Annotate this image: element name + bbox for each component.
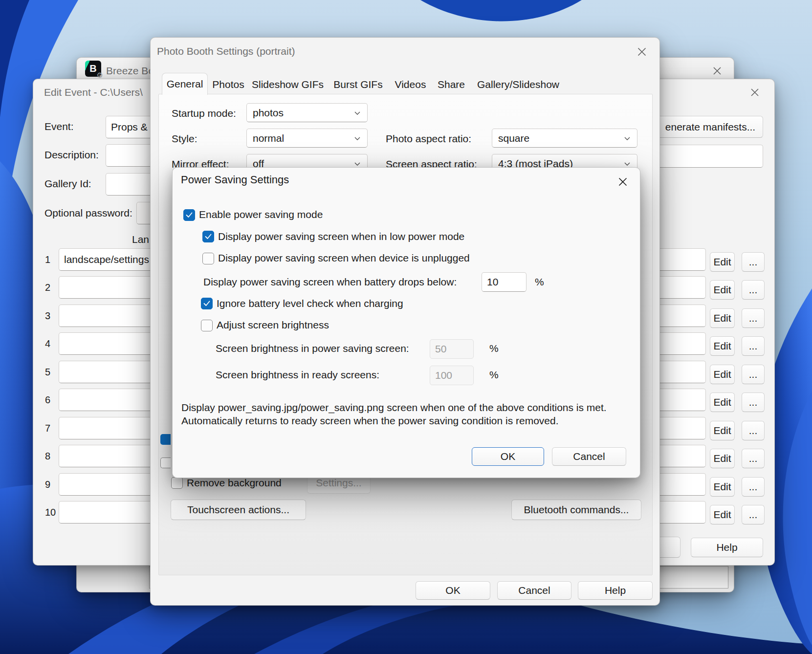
close-icon[interactable] bbox=[743, 83, 767, 102]
row-number: 2 bbox=[45, 281, 50, 294]
chevron-down-icon bbox=[623, 134, 631, 142]
window-title: Edit Event - C:\Users\ bbox=[44, 87, 143, 98]
adjust-brightness-checkbox[interactable] bbox=[201, 320, 213, 331]
app-icon-letter: B bbox=[89, 63, 96, 74]
chevron-down-icon bbox=[353, 134, 361, 142]
startup-mode-label: Startup mode: bbox=[172, 107, 236, 119]
close-icon[interactable] bbox=[706, 62, 728, 80]
row-number: 5 bbox=[45, 366, 50, 378]
row-number: 3 bbox=[45, 309, 50, 322]
close-icon[interactable] bbox=[612, 173, 634, 191]
help-button[interactable]: Help bbox=[578, 581, 653, 600]
style-dropdown[interactable]: normal bbox=[246, 129, 368, 148]
edit-button[interactable]: Edit bbox=[710, 308, 735, 328]
breeze-booth-app-icon: B ⚙ bbox=[85, 61, 101, 77]
dropdown-value: normal bbox=[253, 132, 284, 144]
help-button[interactable]: Help bbox=[691, 538, 763, 557]
cancel-button[interactable]: Cancel bbox=[497, 581, 571, 600]
style-label: Style: bbox=[172, 132, 198, 145]
enable-power-saving-label: Enable power saving mode bbox=[199, 208, 323, 220]
more-button[interactable]: ... bbox=[742, 280, 765, 300]
more-button[interactable]: ... bbox=[742, 252, 765, 272]
more-button[interactable]: ... bbox=[742, 477, 765, 497]
row-number: 7 bbox=[45, 422, 50, 435]
device-unplugged-label: Display power saving screen when device … bbox=[218, 252, 470, 264]
edit-button[interactable]: Edit bbox=[710, 449, 735, 468]
adjust-brightness-label: Adjust screen brightness bbox=[217, 319, 329, 331]
more-button[interactable]: ... bbox=[742, 392, 765, 412]
remove-background-checkbox[interactable] bbox=[171, 477, 183, 489]
edit-button[interactable]: Edit bbox=[710, 421, 735, 440]
dropdown-value: photos bbox=[253, 107, 284, 119]
brightness-ready-label: Screen brightness in ready screens: bbox=[216, 369, 379, 381]
low-power-mode-label: Display power saving screen when in low … bbox=[218, 230, 464, 242]
power-saving-note-line1: Display power_saving.jpg/power_saving.pn… bbox=[181, 401, 607, 414]
more-button[interactable]: ... bbox=[742, 505, 765, 524]
brightness-saving-unit: % bbox=[489, 342, 499, 354]
window-title: Photo Booth Settings (portrait) bbox=[157, 45, 295, 57]
ignore-battery-charging-label: Ignore battery level check when charging bbox=[217, 297, 403, 309]
tab-share[interactable]: Share bbox=[432, 75, 470, 94]
more-button[interactable]: ... bbox=[742, 308, 765, 328]
brightness-saving-label: Screen brightness in power saving screen… bbox=[216, 342, 409, 354]
battery-threshold-unit: % bbox=[535, 276, 544, 288]
tab-slideshow-gifs[interactable]: Slideshow GIFs bbox=[249, 75, 327, 94]
remove-background-label: Remove background bbox=[187, 477, 282, 489]
manifest-field[interactable] bbox=[658, 145, 763, 168]
battery-threshold-input[interactable]: 10 bbox=[482, 272, 527, 292]
chevron-down-icon bbox=[353, 109, 361, 117]
edit-button[interactable]: Edit bbox=[710, 505, 735, 524]
photo-aspect-ratio-label: Photo aspect ratio: bbox=[386, 132, 471, 145]
row-number: 10 bbox=[45, 506, 56, 519]
tab-gallery-slideshow[interactable]: Gallery/Slideshow bbox=[471, 75, 565, 94]
optional-password-label: Optional password: bbox=[44, 207, 132, 219]
chevron-down-icon bbox=[623, 160, 631, 168]
low-power-mode-checkbox[interactable] bbox=[202, 231, 214, 242]
more-button[interactable]: ... bbox=[742, 365, 765, 384]
enable-power-saving-checkbox[interactable] bbox=[183, 209, 195, 221]
edit-button[interactable]: Edit bbox=[710, 392, 735, 412]
row-number: 8 bbox=[45, 450, 50, 462]
dropdown-value: square bbox=[498, 132, 529, 144]
tab-photos[interactable]: Photos bbox=[208, 75, 248, 94]
brightness-saving-input: 50 bbox=[430, 339, 474, 359]
gallery-id-label: Gallery Id: bbox=[44, 177, 91, 190]
row-number: 6 bbox=[45, 393, 50, 406]
cancel-button[interactable]: Cancel bbox=[552, 447, 626, 466]
tab-general[interactable]: General bbox=[162, 73, 208, 95]
dialog-title: Power Saving Settings bbox=[181, 174, 289, 186]
chevron-down-icon bbox=[353, 160, 361, 168]
close-icon[interactable] bbox=[631, 43, 653, 61]
battery-threshold-label: Display power saving screen when battery… bbox=[203, 276, 457, 288]
startup-mode-dropdown[interactable]: photos bbox=[246, 103, 368, 122]
bluetooth-commands-button[interactable]: Bluetooth commands... bbox=[511, 500, 641, 520]
brightness-ready-unit: % bbox=[489, 369, 499, 381]
ignore-battery-charging-checkbox[interactable] bbox=[201, 298, 213, 309]
row-number: 1 bbox=[45, 253, 50, 266]
edit-button[interactable]: Edit bbox=[710, 252, 735, 272]
hidden-checkbox-fragment bbox=[160, 434, 171, 445]
generate-manifests-button[interactable]: enerate manifests... bbox=[658, 116, 763, 138]
edit-button[interactable]: Edit bbox=[710, 365, 735, 384]
photo-aspect-ratio-dropdown[interactable]: square bbox=[492, 129, 637, 148]
power-saving-settings-dialog: Power Saving Settings Enable power savin… bbox=[172, 167, 640, 478]
description-label: Description: bbox=[44, 149, 99, 161]
desktop: B ⚙ Breeze Bo Edit Event - C:\Users\ Eve… bbox=[0, 0, 812, 654]
hidden-checkbox-fragment bbox=[160, 458, 171, 468]
power-saving-note-line2: Automatically returns to ready screen wh… bbox=[181, 414, 559, 427]
device-unplugged-checkbox[interactable] bbox=[202, 253, 214, 264]
touchscreen-actions-button[interactable]: Touchscreen actions... bbox=[171, 500, 306, 520]
edit-button[interactable]: Edit bbox=[710, 336, 735, 356]
ok-button[interactable]: OK bbox=[472, 447, 544, 466]
more-button[interactable]: ... bbox=[742, 421, 765, 440]
edit-button[interactable]: Edit bbox=[710, 477, 735, 497]
tab-videos[interactable]: Videos bbox=[390, 75, 431, 94]
more-button[interactable]: ... bbox=[742, 449, 765, 468]
brightness-ready-input: 100 bbox=[430, 366, 474, 385]
row-number: 9 bbox=[45, 478, 50, 491]
edit-button[interactable]: Edit bbox=[710, 280, 735, 300]
more-button[interactable]: ... bbox=[742, 336, 765, 356]
tab-burst-gifs[interactable]: Burst GIFs bbox=[328, 75, 389, 94]
column-header-partial: Lan bbox=[132, 233, 149, 245]
ok-button[interactable]: OK bbox=[416, 581, 490, 600]
